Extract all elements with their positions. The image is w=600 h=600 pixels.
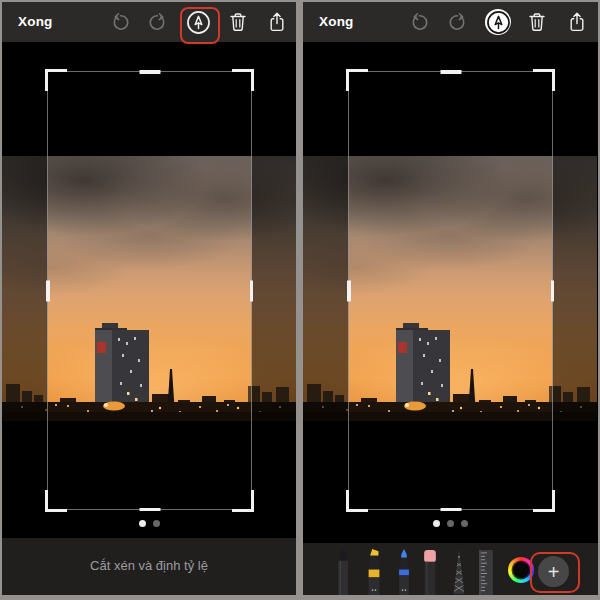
top-toolbar: Xong xyxy=(2,2,296,42)
photo-sunset-cityscape xyxy=(349,156,552,421)
page-dot xyxy=(447,520,454,527)
page-dot xyxy=(461,520,468,527)
page-indicator xyxy=(2,520,296,527)
top-toolbar: Xong xyxy=(303,2,598,42)
screen-markup-mode: Xong xyxy=(303,2,598,595)
redo-icon[interactable] xyxy=(445,9,471,35)
crop-window[interactable] xyxy=(48,72,251,509)
crop-window[interactable] xyxy=(349,72,552,509)
markup-pen-icon-active[interactable] xyxy=(485,9,511,35)
crop-mode-footer: Cắt xén và định tỷ lệ xyxy=(2,538,296,595)
eraser-tool[interactable] xyxy=(420,548,440,595)
tutorial-screenshot: Xong xyxy=(0,0,600,600)
redo-icon[interactable] xyxy=(145,9,171,35)
undo-icon[interactable] xyxy=(406,9,432,35)
share-icon[interactable] xyxy=(564,9,590,35)
page-indicator xyxy=(303,520,598,527)
photo-sunset-cityscape xyxy=(48,156,251,421)
pen-tool[interactable] xyxy=(333,548,353,595)
marker-pen-tool[interactable] xyxy=(394,548,414,595)
trash-icon[interactable] xyxy=(225,9,251,35)
done-button[interactable]: Xong xyxy=(319,2,354,42)
crop-mode-label: Cắt xén và định tỷ lệ xyxy=(90,558,208,573)
done-button[interactable]: Xong xyxy=(18,2,53,42)
page-dot xyxy=(139,520,146,527)
share-icon[interactable] xyxy=(264,9,290,35)
lasso-tool[interactable] xyxy=(449,548,469,595)
markup-pen-icon[interactable] xyxy=(185,9,211,35)
markup-toolbar: + xyxy=(303,543,598,595)
undo-icon[interactable] xyxy=(107,9,133,35)
color-wheel[interactable] xyxy=(508,557,534,583)
highlighter-tool[interactable] xyxy=(364,548,384,595)
page-dot xyxy=(433,520,440,527)
add-button[interactable]: + xyxy=(538,556,569,587)
ruler-tool[interactable] xyxy=(476,548,496,595)
trash-icon[interactable] xyxy=(524,9,550,35)
page-dot xyxy=(153,520,160,527)
screen-crop-mode: Xong xyxy=(2,2,296,595)
